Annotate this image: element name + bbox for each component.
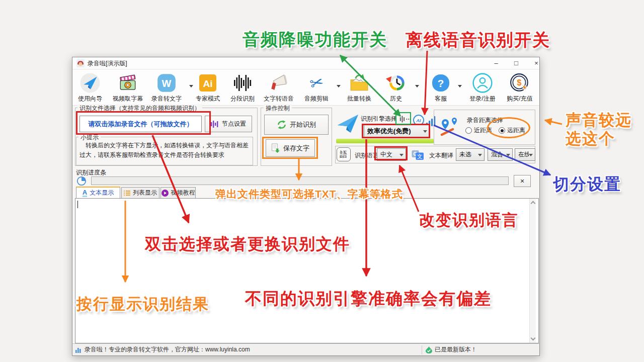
map-pins-icon — [438, 116, 462, 139]
file-selection-group-label: 识别文件选择（支持常见的音频和视频识别） — [77, 104, 202, 113]
update-check-icon — [426, 346, 432, 353]
translate-icon[interactable]: G 文 — [412, 149, 424, 161]
status-bar: 录音啦！专业的录音转文字软件，官方网址：www.luyinla.com 已是最新… — [72, 343, 539, 355]
language-select[interactable]: 中文 — [377, 148, 406, 161]
svg-text:AI: AI — [416, 118, 421, 123]
toolbar-item-text-to-speech[interactable]: 文字转语音 — [260, 71, 298, 105]
distance-group-label: 录音距离选择 — [467, 116, 503, 125]
window-title: 录音啦[演示版] — [88, 57, 127, 69]
cancel-progress-button[interactable]: × — [514, 175, 531, 187]
refresh-icon — [277, 120, 287, 130]
save-text-button[interactable]: 保存文字 — [266, 139, 315, 157]
start-recognition-label: 开始识别 — [290, 120, 316, 129]
add-file-button[interactable]: 请双击添加录音文件（可拖放文件） — [79, 116, 202, 132]
svg-text:?: ? — [438, 77, 444, 89]
start-recognition-button[interactable]: 开始识别 — [264, 115, 329, 135]
letter-a-icon: A — [83, 189, 87, 197]
dollar-icon: $ — [503, 71, 536, 95]
radio-near-label: 近距离 — [474, 126, 492, 135]
tab-text-display[interactable]: A 文本显示 — [76, 187, 120, 198]
scrollbar[interactable] — [529, 199, 536, 343]
radio-checked-icon — [499, 127, 505, 134]
annotation-save-format-tip: 弹出文件类型可选择TXT、字幕等格式 — [215, 187, 403, 201]
toolbar-item-label: 登录/注册 — [466, 95, 499, 103]
noise-reduction-toggle-icon[interactable] — [399, 114, 411, 124]
toolbar-item-support[interactable]: ? 客服 — [430, 71, 452, 105]
clapperboard-icon — [108, 71, 147, 95]
play-icon — [162, 190, 169, 197]
w-app-icon: W — [147, 71, 186, 95]
chevron-down-icon — [478, 154, 482, 158]
toolbar-item-usage-guide[interactable]: 使用向导 — [74, 71, 106, 105]
annotation-far-voice-line1: 声音较远 — [566, 110, 632, 131]
toolbar-item-audio-edit[interactable]: ✂ 音频剪辑 — [301, 71, 332, 105]
svg-text:W: W — [162, 78, 172, 89]
chevron-down-icon[interactable] — [337, 85, 341, 89]
node-settings-button[interactable]: 节点设置 — [205, 116, 252, 132]
radio-far-distance[interactable]: 远距离 — [499, 126, 525, 135]
translate-select-3-value: 在线 — [518, 150, 529, 159]
annotation-engine-accuracy-tip: 不同的识别引擎准确率会有偏差 — [245, 288, 492, 310]
minimize-button[interactable]: – — [486, 57, 506, 69]
radio-icon — [465, 127, 472, 134]
language-badge-button[interactable]: 語 — [337, 147, 351, 161]
svg-text:$: $ — [517, 78, 522, 87]
annotation-noise-switch: 音频降噪功能开关 — [243, 28, 387, 51]
translate-select-1[interactable]: 未选 — [456, 148, 485, 161]
tab-video-tutorial-label: 视频教程 — [171, 189, 195, 197]
stats-bars-icon — [75, 347, 82, 353]
scroll-up-icon[interactable] — [531, 201, 536, 206]
node-settings-label: 节点设置 — [222, 120, 246, 128]
progress-bar — [91, 176, 509, 185]
scroll-down-icon[interactable] — [531, 336, 536, 341]
toolbar-item-purchase[interactable]: $ 购买/充值 — [503, 71, 536, 105]
toolbar: 使用向导 视频取字幕 W 录音转文字 — [72, 70, 539, 106]
toolbar-item-segment-recognition[interactable]: 分段识别 — [227, 71, 258, 105]
annotation-split-settings: 切分设置 — [553, 173, 621, 196]
chevron-down-icon[interactable] — [415, 85, 419, 89]
toolbar-item-login[interactable]: 登录/注册 — [466, 71, 499, 105]
screenshot-canvas: 录音啦[演示版] – □ × 使用向导 — [0, 0, 644, 362]
radio-far-label: 远距离 — [507, 126, 525, 135]
translate-select-2-value: 混合 — [491, 150, 506, 159]
chevron-down-icon — [423, 130, 427, 135]
text-caret — [77, 201, 78, 208]
status-left-text: 录音啦！专业的录音转文字软件，官方网址：www.luyinla.com — [85, 344, 250, 355]
toolbar-item-label: 专家模式 — [192, 95, 223, 103]
close-button[interactable]: × — [526, 57, 546, 69]
scissors-icon: ✂ — [301, 71, 332, 95]
language-select-label: 识别语言 — [355, 151, 379, 160]
svg-text:文: 文 — [417, 153, 423, 159]
tab-list-display-label: 列表显示 — [133, 189, 157, 197]
radio-near-distance[interactable]: 近距离 — [465, 126, 492, 135]
toolbar-item-batch-convert[interactable]: 批量转换 — [344, 71, 375, 105]
toolbar-item-label: 购买/充值 — [503, 95, 536, 103]
save-icon — [271, 143, 280, 153]
chevron-down-icon — [399, 154, 404, 158]
toolbar-item-expert-mode[interactable]: Ai 专家模式 — [192, 71, 223, 105]
folder-icon — [344, 71, 375, 95]
toolbar-item-label: 批量转换 — [344, 95, 375, 103]
svg-text:Ai: Ai — [203, 78, 213, 89]
toolbar-item-label: 使用向导 — [74, 95, 106, 103]
toolbar-item-video-subtitle[interactable]: 视频取字幕 — [108, 71, 147, 105]
toolbar-item-label: 分段识别 — [227, 95, 258, 103]
engine-progress-bar — [336, 139, 434, 143]
tab-list-display[interactable]: 列表显示 — [121, 187, 159, 198]
translate-label: 文本翻译 — [429, 151, 453, 160]
toolbar-item-label: 音频剪辑 — [301, 95, 332, 103]
toolbar-item-audio-to-text[interactable]: W 录音转文字 — [147, 71, 186, 105]
annotation-change-language: 改变识别语言 — [419, 210, 519, 231]
status-divider — [422, 345, 422, 354]
chevron-down-icon — [529, 154, 533, 158]
toolbar-item-history[interactable]: 历史 — [384, 71, 408, 105]
translate-select-2[interactable]: 混合 — [488, 148, 513, 161]
annotation-offline-switch: 离线语音识别开关 — [406, 29, 550, 52]
maximize-button[interactable]: □ — [506, 57, 526, 69]
status-right-text: 已是最新版本！ — [435, 344, 477, 355]
tab-video-tutorial[interactable]: 视频教程 — [160, 187, 196, 198]
tab-text-display-label: 文本显示 — [90, 189, 114, 197]
chevron-down-icon[interactable] — [458, 85, 462, 89]
engine-select[interactable]: 效率优先(免费) — [364, 125, 430, 138]
translate-select-3[interactable]: 在线 — [515, 148, 535, 161]
